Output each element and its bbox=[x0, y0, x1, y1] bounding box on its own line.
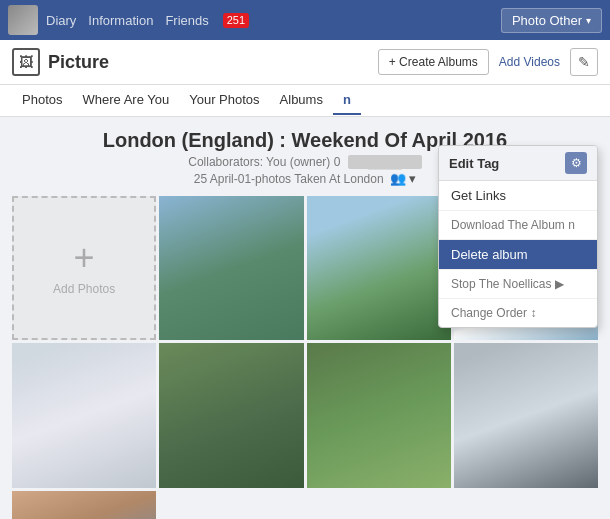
photo-cell-8[interactable] bbox=[12, 491, 156, 520]
tab-n-label: n bbox=[343, 92, 351, 107]
photo-cell-7[interactable] bbox=[454, 343, 598, 487]
tab-bar: Photos Where Are You Your Photos Albums … bbox=[0, 85, 610, 117]
photo-other-button[interactable]: Photo Other ▾ bbox=[501, 8, 602, 33]
masked-text: ████ bbox=[348, 155, 422, 169]
photo-cell-2[interactable] bbox=[307, 196, 451, 340]
photo-count: 25 April-01-photos Taken At London bbox=[194, 172, 384, 186]
context-menu: Edit Tag ⚙ Get Links Download The Album … bbox=[438, 145, 598, 328]
nav-link-information[interactable]: Information bbox=[88, 13, 153, 28]
context-menu-item-download-album[interactable]: Download The Album n bbox=[439, 211, 597, 240]
main-content: London (England) : Weekend Of April 2016… bbox=[0, 117, 610, 519]
context-menu-item-change-order[interactable]: Change Order ↕ bbox=[439, 299, 597, 327]
context-menu-item-get-links[interactable]: Get Links bbox=[439, 181, 597, 211]
tab-n[interactable]: n bbox=[333, 86, 361, 115]
tab-albums[interactable]: Albums bbox=[270, 86, 333, 115]
add-videos-button[interactable]: Add Videos bbox=[493, 50, 566, 74]
page-title: Picture bbox=[48, 52, 370, 73]
context-menu-gear-button[interactable]: ⚙ bbox=[565, 152, 587, 174]
privacy-icon: 👥 ▾ bbox=[390, 171, 417, 186]
context-menu-header: Edit Tag ⚙ bbox=[439, 146, 597, 181]
picture-icon-symbol: 🖼 bbox=[19, 54, 33, 70]
friends-count-badge: 251 bbox=[223, 13, 249, 28]
gear-icon: ⚙ bbox=[571, 156, 582, 170]
dropdown-arrow-icon: ▾ bbox=[586, 15, 591, 26]
add-photos-cell[interactable]: + Add Photos bbox=[12, 196, 156, 340]
picture-icon: 🖼 bbox=[12, 48, 40, 76]
add-photos-label: Add Photos bbox=[53, 282, 115, 296]
top-navigation: Diary Information Friends 251 Photo Othe… bbox=[0, 0, 610, 40]
tab-photos[interactable]: Photos bbox=[12, 86, 72, 115]
add-photos-plus-icon: + bbox=[74, 240, 95, 276]
tab-your-photos[interactable]: Your Photos bbox=[179, 86, 269, 115]
context-menu-item-delete-album[interactable]: Delete album bbox=[439, 240, 597, 270]
photo-cell-6[interactable] bbox=[307, 343, 451, 487]
photo-cell-1[interactable] bbox=[159, 196, 303, 340]
create-albums-button[interactable]: + Create Albums bbox=[378, 49, 489, 75]
edit-button[interactable]: ✎ bbox=[570, 48, 598, 76]
edit-icon: ✎ bbox=[578, 54, 590, 70]
photo-other-label: Photo Other bbox=[512, 13, 582, 28]
sub-header: 🖼 Picture + Create Albums Add Videos ✎ bbox=[0, 40, 610, 85]
nav-link-friends[interactable]: Friends bbox=[165, 13, 208, 28]
nav-links: Diary Information Friends 251 bbox=[46, 13, 249, 28]
context-menu-title: Edit Tag bbox=[449, 156, 499, 171]
nav-link-diary[interactable]: Diary bbox=[46, 13, 76, 28]
photo-cell-5[interactable] bbox=[159, 343, 303, 487]
context-menu-item-stop-noellicas[interactable]: Stop The Noellicas ▶ bbox=[439, 270, 597, 299]
tab-where-are-you[interactable]: Where Are You bbox=[72, 86, 179, 115]
photo-cell-4[interactable] bbox=[12, 343, 156, 487]
profile-pic[interactable] bbox=[8, 5, 38, 35]
